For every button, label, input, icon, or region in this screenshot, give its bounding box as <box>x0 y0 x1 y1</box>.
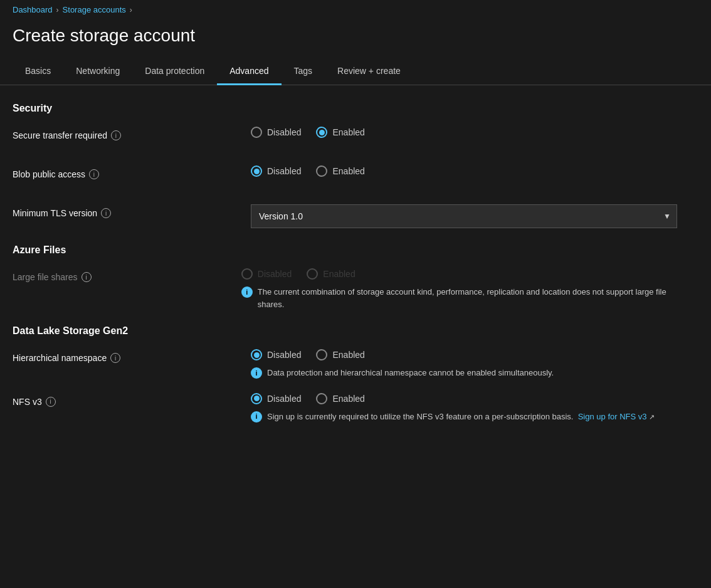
large-file-shares-control: Disabled Enabled <box>241 268 677 280</box>
secure-transfer-disabled-radio[interactable] <box>251 127 262 138</box>
nfs-v3-disabled-option[interactable]: Disabled <box>251 393 301 404</box>
large-file-shares-enabled-option: Enabled <box>307 268 355 280</box>
tab-review-create[interactable]: Review + create <box>325 58 413 85</box>
large-file-shares-enabled-label: Enabled <box>323 269 355 279</box>
secure-transfer-enabled-label: Enabled <box>332 127 364 137</box>
min-tls-label: Minimum TLS version i <box>13 204 251 218</box>
nfs-v3-enabled-radio[interactable] <box>316 393 327 404</box>
hierarchical-namespace-control-column: Disabled Enabled i Data protection and h… <box>251 349 554 379</box>
min-tls-info-icon[interactable]: i <box>101 208 111 218</box>
tab-tags[interactable]: Tags <box>282 58 325 85</box>
blob-access-control: Disabled Enabled <box>251 165 365 177</box>
hierarchical-namespace-row: Hierarchical namespace i Disabled Enable… <box>13 349 677 379</box>
secure-transfer-disabled-option[interactable]: Disabled <box>251 127 301 138</box>
large-file-shares-info-text: The current combination of storage accou… <box>258 286 677 310</box>
breadcrumb: Dashboard › Storage accounts › <box>0 0 711 19</box>
tab-advanced[interactable]: Advanced <box>217 58 281 85</box>
page-title: Create storage account <box>0 19 711 58</box>
min-tls-select-wrapper: Version 1.0 Version 1.1 Version 1.2 ▼ <box>251 204 677 228</box>
blob-access-enabled-radio[interactable] <box>316 165 327 177</box>
blob-access-enabled-label: Enabled <box>332 166 364 176</box>
large-file-shares-disabled-radio <box>241 268 253 280</box>
nfs-v3-info-banner: i Sign up is currently required to utili… <box>251 411 655 423</box>
large-file-shares-info-banner-icon: i <box>241 286 253 298</box>
tab-basics[interactable]: Basics <box>13 58 63 85</box>
blob-access-enabled-option[interactable]: Enabled <box>316 165 364 177</box>
nfs-v3-control: Disabled Enabled <box>251 393 655 404</box>
blob-access-disabled-label: Disabled <box>267 166 301 176</box>
hierarchical-namespace-info-banner-icon: i <box>251 367 262 379</box>
azure-files-section-title: Azure Files <box>13 244 677 256</box>
secure-transfer-row: Secure transfer required i Disabled Enab… <box>13 127 677 152</box>
blob-access-disabled-option[interactable]: Disabled <box>251 165 301 177</box>
blob-access-label: Blob public access i <box>13 165 251 179</box>
tab-networking[interactable]: Networking <box>63 58 132 85</box>
breadcrumb-sep-1: › <box>56 6 59 14</box>
nfs-v3-label: NFS v3 i <box>13 393 251 407</box>
nfs-v3-row: NFS v3 i Disabled Enabled i <box>13 393 677 423</box>
hierarchical-namespace-enabled-radio[interactable] <box>316 349 327 360</box>
nfs-v3-enabled-option[interactable]: Enabled <box>316 393 364 404</box>
large-file-shares-label: Large file shares i <box>13 268 241 282</box>
large-file-shares-info-icon[interactable]: i <box>82 272 92 282</box>
blob-access-row: Blob public access i Disabled Enabled <box>13 165 677 191</box>
nfs-v3-info-icon[interactable]: i <box>46 397 56 407</box>
large-file-shares-disabled-label: Disabled <box>258 269 292 279</box>
breadcrumb-dashboard[interactable]: Dashboard <box>13 5 53 14</box>
large-file-shares-info-banner: i The current combination of storage acc… <box>241 286 677 310</box>
nfs-v3-external-icon: ↗ <box>649 412 655 423</box>
large-file-shares-enabled-radio <box>307 268 318 280</box>
hierarchical-namespace-enabled-option[interactable]: Enabled <box>316 349 364 360</box>
secure-transfer-control: Disabled Enabled <box>251 127 365 138</box>
azure-files-section: Azure Files Large file shares i Disabled… <box>13 244 677 310</box>
hierarchical-namespace-disabled-option[interactable]: Disabled <box>251 349 301 360</box>
secure-transfer-info-icon[interactable]: i <box>111 130 121 140</box>
secure-transfer-label: Secure transfer required i <box>13 127 251 140</box>
data-lake-section: Data Lake Storage Gen2 Hierarchical name… <box>13 325 677 423</box>
data-lake-section-title: Data Lake Storage Gen2 <box>13 325 677 337</box>
secure-transfer-enabled-radio[interactable] <box>316 127 327 138</box>
blob-access-disabled-radio[interactable] <box>251 165 262 177</box>
security-section-title: Security <box>13 103 677 114</box>
nfs-v3-disabled-label: Disabled <box>267 394 301 404</box>
content-area: Security Secure transfer required i Disa… <box>0 85 690 455</box>
large-file-shares-control-column: Disabled Enabled i The current combinati… <box>241 268 677 310</box>
hierarchical-namespace-info-text: Data protection and hierarchical namespa… <box>267 367 554 379</box>
large-file-shares-disabled-option: Disabled <box>241 268 292 280</box>
hierarchical-namespace-control: Disabled Enabled <box>251 349 554 360</box>
breadcrumb-sep-2: › <box>130 6 132 14</box>
min-tls-row: Minimum TLS version i Version 1.0 Versio… <box>13 204 677 229</box>
hierarchical-namespace-info-icon[interactable]: i <box>110 353 120 363</box>
secure-transfer-enabled-option[interactable]: Enabled <box>316 127 364 138</box>
tab-bar: Basics Networking Data protection Advanc… <box>0 58 711 85</box>
blob-access-info-icon[interactable]: i <box>89 169 99 179</box>
security-section: Security Secure transfer required i Disa… <box>13 103 677 229</box>
hierarchical-namespace-info-banner: i Data protection and hierarchical names… <box>251 367 554 379</box>
large-file-shares-row: Large file shares i Disabled Enabled i <box>13 268 677 310</box>
breadcrumb-storage-accounts[interactable]: Storage accounts <box>63 5 126 14</box>
nfs-v3-enabled-label: Enabled <box>332 394 364 404</box>
hierarchical-namespace-disabled-label: Disabled <box>267 350 301 360</box>
nfs-v3-info-text: Sign up is currently required to utilize… <box>267 411 655 423</box>
nfs-v3-info-banner-icon: i <box>251 411 262 423</box>
min-tls-select[interactable]: Version 1.0 Version 1.1 Version 1.2 <box>251 204 677 228</box>
hierarchical-namespace-disabled-radio[interactable] <box>251 349 262 360</box>
tab-data-protection[interactable]: Data protection <box>132 58 217 85</box>
hierarchical-namespace-label: Hierarchical namespace i <box>13 349 251 363</box>
secure-transfer-disabled-label: Disabled <box>267 127 301 137</box>
nfs-v3-disabled-radio[interactable] <box>251 393 262 404</box>
nfs-v3-control-column: Disabled Enabled i Sign up is currently … <box>251 393 655 423</box>
hierarchical-namespace-enabled-label: Enabled <box>332 350 364 360</box>
nfs-v3-signup-link[interactable]: Sign up for NFS v3 <box>578 412 647 421</box>
